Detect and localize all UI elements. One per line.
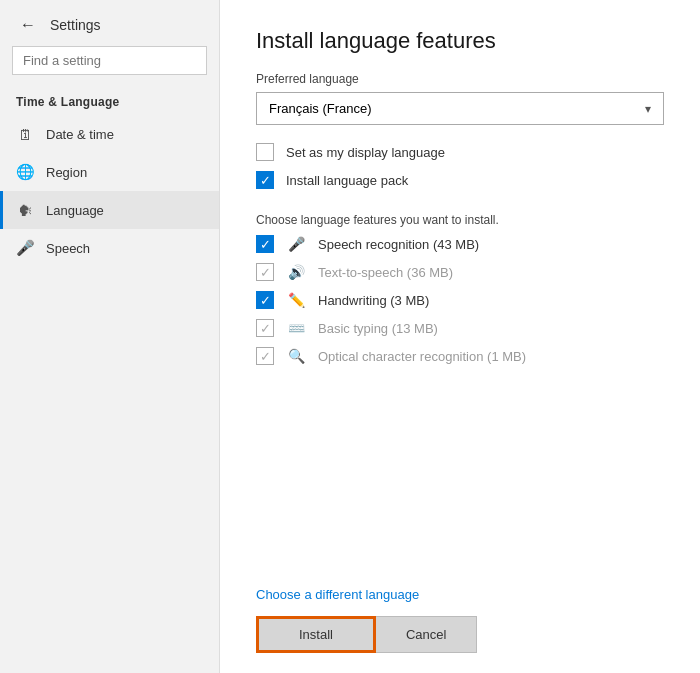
bottom-buttons: Install Cancel bbox=[256, 616, 664, 653]
sidebar-item-label: Region bbox=[46, 165, 87, 180]
display-language-checkbox[interactable] bbox=[256, 143, 274, 161]
cancel-button[interactable]: Cancel bbox=[376, 616, 477, 653]
language-dropdown[interactable]: Français (France) ▾ bbox=[256, 92, 664, 125]
speech-checkbox[interactable]: ✓ bbox=[256, 235, 274, 253]
language-icon: 🗣 bbox=[16, 201, 34, 219]
sidebar-item-region[interactable]: 🌐 Region bbox=[0, 153, 219, 191]
typing-label: Basic typing (13 MB) bbox=[318, 321, 438, 336]
typing-icon: ⌨️ bbox=[286, 320, 306, 336]
feature-typing-row[interactable]: ✓ ⌨️ Basic typing (13 MB) bbox=[256, 319, 664, 337]
region-icon: 🌐 bbox=[16, 163, 34, 181]
handwriting-icon: ✏️ bbox=[286, 292, 306, 308]
ocr-checkbox[interactable]: ✓ bbox=[256, 347, 274, 365]
page-title: Install language features bbox=[256, 28, 664, 54]
install-pack-label: Install language pack bbox=[286, 173, 408, 188]
sidebar-item-language[interactable]: 🗣 Language bbox=[0, 191, 219, 229]
feature-handwriting-row[interactable]: ✓ ✏️ Handwriting (3 MB) bbox=[256, 291, 664, 309]
handwriting-checkbox[interactable]: ✓ bbox=[256, 291, 274, 309]
tts-icon: 🔊 bbox=[286, 264, 306, 280]
search-input[interactable] bbox=[12, 46, 207, 75]
chevron-down-icon: ▾ bbox=[645, 102, 651, 116]
ocr-label: Optical character recognition (1 MB) bbox=[318, 349, 526, 364]
feature-speech-row[interactable]: ✓ 🎤 Speech recognition (43 MB) bbox=[256, 235, 664, 253]
feature-tts-row[interactable]: ✓ 🔊 Text-to-speech (36 MB) bbox=[256, 263, 664, 281]
typing-checkbox[interactable]: ✓ bbox=[256, 319, 274, 337]
display-language-row[interactable]: Set as my display language bbox=[256, 143, 664, 161]
sidebar-item-label: Language bbox=[46, 203, 104, 218]
install-button[interactable]: Install bbox=[256, 616, 376, 653]
section-label: Time & Language bbox=[0, 87, 219, 115]
speech-icon: 🎤 bbox=[16, 239, 34, 257]
ocr-icon: 🔍 bbox=[286, 348, 306, 364]
feature-ocr-row[interactable]: ✓ 🔍 Optical character recognition (1 MB) bbox=[256, 347, 664, 365]
sidebar-title: Settings bbox=[50, 17, 101, 33]
install-pack-row[interactable]: ✓ Install language pack bbox=[256, 171, 664, 189]
main-content: Install language features Preferred lang… bbox=[220, 0, 700, 673]
tts-label: Text-to-speech (36 MB) bbox=[318, 265, 453, 280]
preferred-language-label: Preferred language bbox=[256, 72, 664, 86]
feature-section-label: Choose language features you want to ins… bbox=[256, 213, 664, 227]
sidebar: ← Settings Time & Language 🗓 Date & time… bbox=[0, 0, 220, 673]
back-button[interactable]: ← bbox=[16, 14, 40, 36]
sidebar-item-speech[interactable]: 🎤 Speech bbox=[0, 229, 219, 267]
sidebar-item-date-time[interactable]: 🗓 Date & time bbox=[0, 115, 219, 153]
sidebar-item-label: Date & time bbox=[46, 127, 114, 142]
choose-different-language-link[interactable]: Choose a different language bbox=[256, 567, 664, 602]
language-value: Français (France) bbox=[269, 101, 372, 116]
handwriting-label: Handwriting (3 MB) bbox=[318, 293, 429, 308]
display-language-label: Set as my display language bbox=[286, 145, 445, 160]
date-time-icon: 🗓 bbox=[16, 125, 34, 143]
sidebar-header: ← Settings bbox=[0, 0, 219, 46]
speech-recognition-icon: 🎤 bbox=[286, 236, 306, 252]
speech-label: Speech recognition (43 MB) bbox=[318, 237, 479, 252]
sidebar-item-label: Speech bbox=[46, 241, 90, 256]
install-pack-checkbox[interactable]: ✓ bbox=[256, 171, 274, 189]
tts-checkbox[interactable]: ✓ bbox=[256, 263, 274, 281]
